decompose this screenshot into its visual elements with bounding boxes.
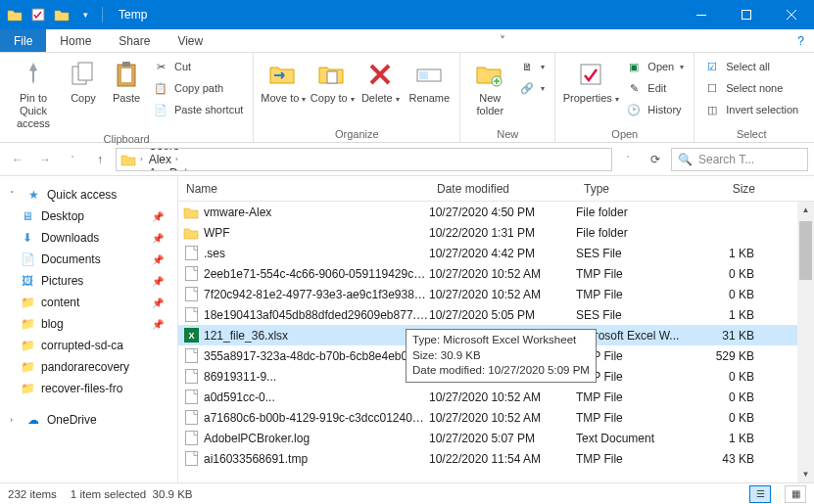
- window-title: Temp: [119, 8, 147, 22]
- copy-path-button[interactable]: 📋Copy path: [149, 78, 247, 98]
- sidebar-item[interactable]: ⬇Downloads📌: [0, 227, 177, 249]
- new-folder-icon: [474, 59, 505, 90]
- breadcrumb[interactable]: AppData›: [145, 166, 238, 171]
- column-name[interactable]: Name: [178, 182, 429, 196]
- sidebar-item[interactable]: 📁blog📌: [0, 313, 177, 335]
- status-bar: 232 items 1 item selected 30.9 KB ☰ ▦: [0, 482, 814, 504]
- qat-customize-icon[interactable]: ▾: [74, 4, 96, 25]
- file-row[interactable]: WPF10/22/2020 1:31 PMFile folder: [178, 222, 814, 243]
- pin-icon: [18, 59, 49, 90]
- move-to-button[interactable]: Move to ▾: [260, 55, 307, 105]
- sidebar-item-label: Downloads: [41, 231, 99, 245]
- sidebar-item[interactable]: 📁corrupted-sd-ca: [0, 335, 177, 356]
- pin-icon: 📌: [152, 211, 164, 222]
- open-button[interactable]: ▣Open ▾: [622, 57, 688, 76]
- expand-icon[interactable]: ˅: [10, 190, 20, 200]
- select-all-button[interactable]: ☑Select all: [700, 57, 802, 76]
- qat-properties-icon[interactable]: [27, 4, 49, 25]
- help-icon[interactable]: ?: [788, 29, 814, 52]
- svg-rect-8: [327, 71, 337, 83]
- details-view-button[interactable]: ☰: [749, 485, 771, 503]
- paste-button[interactable]: Paste: [106, 55, 147, 105]
- file-name: .ses: [204, 247, 429, 260]
- maximize-button[interactable]: [724, 0, 769, 29]
- nav-back-button[interactable]: ←: [6, 148, 29, 171]
- cut-button[interactable]: ✂Cut: [149, 57, 247, 76]
- qat-new-folder-icon[interactable]: [51, 4, 72, 25]
- nav-dropdown-button[interactable]: ˅: [616, 148, 640, 171]
- ribbon-expand-icon[interactable]: ˅: [492, 29, 513, 52]
- file-icon: [182, 246, 200, 261]
- properties-button[interactable]: Properties ▾: [561, 55, 620, 105]
- edit-button[interactable]: ✎Edit: [622, 78, 688, 98]
- tab-file[interactable]: File: [0, 29, 46, 52]
- rename-button[interactable]: Rename: [405, 55, 454, 105]
- refresh-button[interactable]: ⟳: [644, 148, 667, 171]
- pin-to-quick-access-button[interactable]: Pin to Quick access: [6, 55, 61, 131]
- qat-folder-icon[interactable]: [4, 4, 25, 25]
- sidebar-item-icon: ⬇: [20, 230, 35, 246]
- svg-rect-1: [696, 15, 706, 16]
- nav-up-button[interactable]: ↑: [88, 148, 112, 171]
- scroll-up-icon[interactable]: ▲: [797, 202, 814, 218]
- new-item-icon: 🗎: [519, 59, 535, 74]
- file-type: Text Document: [576, 432, 695, 445]
- address-bar[interactable]: › This PC›Local Disk (C:)›Users›Alex›App…: [116, 148, 612, 171]
- sidebar-onedrive[interactable]: › ☁ OneDrive: [0, 409, 177, 431]
- column-type[interactable]: Type: [576, 182, 695, 196]
- column-date[interactable]: Date modified: [429, 182, 576, 196]
- tab-view[interactable]: View: [164, 29, 216, 52]
- select-none-button[interactable]: ☐Select none: [700, 78, 802, 98]
- easy-access-button[interactable]: 🔗▾: [515, 78, 549, 98]
- thumbnails-view-button[interactable]: ▦: [785, 485, 806, 503]
- copy-button[interactable]: Copy: [63, 55, 104, 105]
- search-input[interactable]: 🔍 Search T...: [671, 148, 808, 171]
- sidebar-quick-access[interactable]: ˅ ★ Quick access: [0, 184, 177, 206]
- paste-shortcut-button[interactable]: 📄Paste shortcut: [149, 100, 247, 119]
- file-type: SES File: [576, 247, 695, 260]
- open-icon: ▣: [626, 59, 642, 74]
- new-folder-button[interactable]: New folder: [466, 55, 513, 117]
- file-type: File folder: [576, 226, 695, 240]
- file-icon: [182, 307, 200, 323]
- file-row[interactable]: 7f20c942-81e2-4977-93e3-ae9c1f3e9384.t..…: [178, 284, 814, 304]
- paste-icon: [111, 59, 142, 90]
- tab-home[interactable]: Home: [46, 29, 105, 52]
- file-row[interactable]: ai16033568691.tmp10/22/2020 11:54 AMTMP …: [178, 448, 814, 469]
- delete-button[interactable]: Delete ▾: [358, 55, 403, 105]
- file-row[interactable]: a0d591cc-0...10/27/2020 10:52 AMTMP File…: [178, 387, 814, 407]
- tab-share[interactable]: Share: [105, 29, 164, 52]
- file-row[interactable]: AdobelPCBroker.log10/27/2020 5:07 PMText…: [178, 428, 814, 448]
- nav-recent-button[interactable]: ˅: [61, 148, 84, 171]
- scroll-thumb[interactable]: [799, 221, 812, 280]
- sidebar-item[interactable]: 🖼Pictures📌: [0, 270, 177, 292]
- invert-selection-button[interactable]: ◫Invert selection: [700, 100, 802, 119]
- new-item-button[interactable]: 🗎▾: [515, 57, 549, 76]
- file-row[interactable]: a71680c6-b00b-4129-919c-c3dcc01240311...…: [178, 407, 814, 428]
- status-selected: 1 item selected 30.9 KB: [71, 488, 193, 500]
- scroll-down-icon[interactable]: ▼: [797, 466, 814, 482]
- sidebar-item-icon: 🖥: [20, 208, 35, 224]
- sidebar-item[interactable]: 📁content📌: [0, 292, 177, 313]
- copy-to-button[interactable]: Copy to ▾: [309, 55, 356, 105]
- sidebar-item[interactable]: 📁pandorarecovery: [0, 356, 177, 378]
- scrollbar[interactable]: ▲ ▼: [797, 202, 814, 482]
- history-button[interactable]: 🕑History: [622, 100, 688, 119]
- file-row[interactable]: 2eeb1e71-554c-4c66-9060-059119429cbd...1…: [178, 263, 814, 284]
- sidebar-item[interactable]: 🖥Desktop📌: [0, 206, 177, 227]
- minimize-button[interactable]: [679, 0, 724, 29]
- svg-rect-14: [185, 267, 197, 281]
- file-row[interactable]: .ses10/27/2020 4:42 PMSES File1 KB: [178, 243, 814, 263]
- nav-forward-button[interactable]: →: [33, 148, 57, 171]
- sidebar-item[interactable]: 📁recover-files-fro: [0, 378, 177, 399]
- sidebar-item[interactable]: 📄Documents📌: [0, 249, 177, 270]
- file-row[interactable]: 18e190413af045db88dfded29609eb877.db...1…: [178, 304, 814, 325]
- breadcrumb[interactable]: Alex›: [145, 153, 238, 166]
- expand-icon[interactable]: ›: [10, 415, 20, 425]
- svg-rect-6: [121, 69, 131, 82]
- file-row[interactable]: vmware-Alex10/27/2020 4:50 PMFile folder: [178, 202, 814, 222]
- dropdown-icon: ▾: [615, 95, 619, 104]
- close-button[interactable]: [769, 0, 814, 29]
- rename-icon: [413, 59, 445, 90]
- column-size[interactable]: Size: [695, 182, 764, 196]
